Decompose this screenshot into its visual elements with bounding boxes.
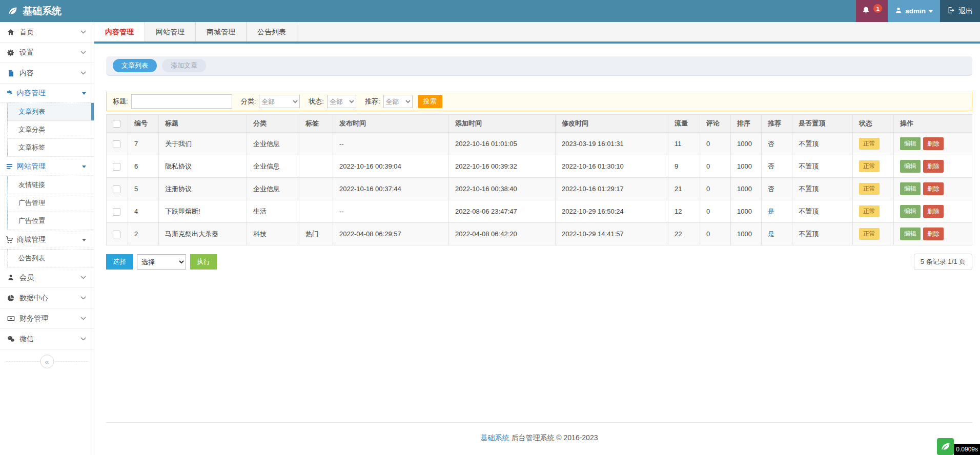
caret-down-icon [82,92,86,97]
articles-table: 编号 标题 分类 标签 发布时间 添加时间 修改时间 流量 评论 排序 推荐 是… [106,114,972,245]
logout-button[interactable]: 退出 [940,0,980,22]
cell-comments: 0 [700,200,731,223]
sidebar-item-home[interactable]: 首页 [0,22,94,43]
edit-button[interactable]: 编辑 [900,160,921,173]
recommend-label: 推荐: [365,97,380,106]
user-menu[interactable]: admin [888,0,940,22]
search-button[interactable]: 搜索 [418,95,442,108]
delete-button[interactable]: 删除 [923,137,944,150]
cell-modified: 2022-10-29 16:50:24 [556,200,668,223]
sidebar-label: 网站管理 [17,162,46,171]
notifications-button[interactable]: 1 [856,0,888,22]
row-checkbox[interactable] [113,140,120,148]
sidebar-item-wechat[interactable]: 微信 [0,329,94,349]
sidebar-item-friend-links[interactable]: 友情链接 [8,176,94,194]
title-label: 标题: [113,97,128,106]
sidebar-item-settings[interactable]: 设置 [0,43,94,63]
category-label: 分类: [241,97,256,106]
tab-site-mgmt[interactable]: 网站管理 [145,22,196,42]
cell-views: 9 [668,155,700,178]
notification-badge: 1 [873,4,882,13]
cell-modified: 2022-10-29 14:41:57 [556,223,668,245]
cell-modified: 2022-10-16 01:29:17 [556,178,668,200]
sidebar-item-content-mgmt[interactable]: 内容管理 [0,84,94,103]
sidebar-label: 文章标签 [18,143,45,152]
row-checkbox[interactable] [113,208,120,216]
sidebar-item-data-center[interactable]: 数据中心 [0,288,94,308]
sidebar-label: 会员 [19,273,34,282]
sidebar-label: 广告管理 [18,198,45,208]
sidebar-item-article-category[interactable]: 文章分类 [8,121,94,139]
sidebar-item-article-tag[interactable]: 文章标签 [8,139,94,157]
recommend-toggle[interactable]: 否 [768,140,774,148]
cell-title: 马斯克祭出大杀器 [159,223,247,245]
recommend-toggle[interactable]: 否 [768,185,774,193]
delete-button[interactable]: 删除 [923,205,944,218]
cell-pinned: 不置顶 [792,178,853,200]
tab-mall-mgmt[interactable]: 商城管理 [196,22,247,42]
status-select[interactable]: 全部 [327,95,356,108]
gear-icon [6,49,16,57]
sidebar-item-ad-mgmt[interactable]: 广告管理 [8,194,94,212]
edit-button[interactable]: 编辑 [900,137,921,150]
status-badge: 正常 [859,138,880,150]
cell-pinned: 不置顶 [792,223,853,245]
row-checkbox[interactable] [113,231,120,238]
cell-id: 5 [128,178,159,200]
main-area: 内容管理 网站管理 商城管理 公告列表 文章列表 添加文章 标题: 分类: 全部 [94,22,980,455]
table-row: 4 下跌即熔断! 生活 -- 2022-08-06 23:47:47 2022-… [107,200,972,223]
sidebar-item-site-mgmt[interactable]: 网站管理 [0,157,94,176]
cell-sort: 1000 [731,155,762,178]
delete-button[interactable]: 删除 [923,228,944,240]
cart-icon [5,236,14,244]
select-all-checkbox[interactable] [113,120,120,128]
delete-button[interactable]: 删除 [923,182,944,195]
edit-button[interactable]: 编辑 [900,182,921,195]
tab-content-mgmt[interactable]: 内容管理 [94,22,145,42]
sidebar-item-article-list[interactable]: 文章列表 [8,103,94,121]
sidebar-item-finance[interactable]: 财务管理 [0,308,94,329]
add-article-pill[interactable]: 添加文章 [162,59,206,72]
row-checkbox[interactable] [113,163,120,171]
delete-button[interactable]: 删除 [923,160,944,173]
load-time: 0.0909s [954,444,980,455]
recommend-toggle[interactable]: 是 [768,208,774,215]
footer-brand-link[interactable]: 基础系统 [481,433,509,442]
cell-tag [299,133,333,155]
performance-badge: 0.0909s [937,438,980,455]
sidebar-label: 首页 [19,28,34,37]
sidebar-label: 微信 [19,335,34,344]
row-checkbox[interactable] [113,185,120,193]
recommend-select[interactable]: 全部 [383,95,413,108]
status-label: 状态: [309,97,324,106]
cell-category: 企业信息 [247,178,299,200]
title-input[interactable] [131,94,232,109]
sidebar-item-mall-mgmt[interactable]: 商城管理 [0,230,94,250]
col-title: 标题 [159,115,247,133]
category-select[interactable]: 全部 [259,95,300,108]
bell-icon [862,6,870,16]
col-modified: 修改时间 [556,115,668,133]
edit-button[interactable]: 编辑 [900,228,921,240]
tab-bar: 内容管理 网站管理 商城管理 公告列表 [94,22,980,44]
cell-published: 2022-10-16 00:39:04 [333,155,449,178]
sidebar-item-ad-position[interactable]: 广告位置 [8,212,94,230]
select-button[interactable]: 选择 [106,254,133,270]
sidebar-item-content[interactable]: 内容 [0,63,94,84]
recommend-toggle[interactable]: 是 [768,230,774,238]
recommend-toggle[interactable]: 否 [768,162,774,170]
sidebar-collapse-button[interactable]: « [40,355,54,368]
tab-notice-list[interactable]: 公告列表 [247,22,297,42]
table-row: 5 注册协议 企业信息 2022-10-16 00:37:44 2022-10-… [107,178,972,200]
user-icon [895,7,902,15]
execute-button[interactable]: 执行 [190,254,217,270]
article-list-pill[interactable]: 文章列表 [113,59,157,72]
cell-category: 生活 [247,200,299,223]
sidebar-collapse-row: « [6,355,88,369]
edit-button[interactable]: 编辑 [900,205,921,218]
sidebar-item-member[interactable]: 会员 [0,267,94,288]
bulk-action-select[interactable]: 选择 [137,254,186,270]
list-icon [5,162,14,170]
trace-leaf-icon[interactable] [937,438,954,455]
sidebar-item-notice-list[interactable]: 公告列表 [8,250,94,267]
